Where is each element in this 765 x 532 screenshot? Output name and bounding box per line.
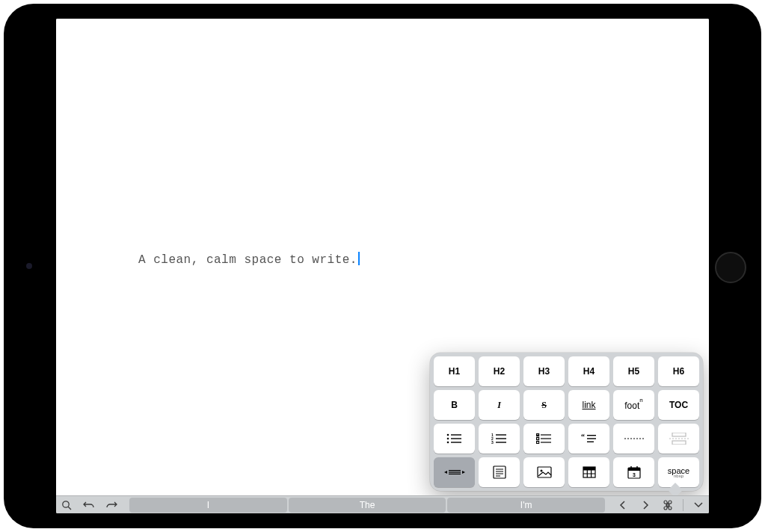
svg-rect-24: [672, 441, 686, 445]
calendar-icon: 3: [627, 466, 641, 479]
svg-rect-5: [451, 442, 461, 442]
svg-rect-3: [451, 438, 461, 439]
image-icon: [537, 466, 552, 478]
ipad-frame: A clean, calm space to write. H1 H2 H3 H…: [4, 4, 761, 528]
svg-rect-43: [583, 467, 595, 470]
search-icon: [61, 500, 72, 510]
blockquote-button[interactable]: “: [568, 424, 609, 454]
link-button[interactable]: link: [568, 390, 609, 420]
redo-button[interactable]: [104, 498, 119, 513]
blockquote-icon: “: [581, 433, 597, 444]
front-camera-icon: [26, 263, 32, 269]
date-button[interactable]: 3: [613, 457, 654, 487]
svg-rect-9: [496, 438, 506, 439]
svg-rect-27: [449, 470, 461, 471]
table-button[interactable]: [568, 457, 609, 487]
redo-icon: [105, 501, 117, 510]
heading-6-button[interactable]: H6: [658, 356, 699, 386]
undo-icon: [83, 501, 95, 510]
svg-text:3: 3: [633, 472, 636, 477]
chevron-right-icon: [642, 501, 649, 510]
editor-text: A clean, calm space to write.: [138, 252, 360, 267]
editor-content: A clean, calm space to write.: [138, 253, 357, 267]
prediction-3[interactable]: I'm: [447, 498, 605, 513]
svg-rect-28: [449, 471, 461, 472]
code-block-icon: [493, 466, 506, 479]
prediction-bar: I The I'm: [129, 498, 605, 513]
svg-rect-29: [449, 474, 461, 474]
command-button[interactable]: [660, 498, 675, 513]
table-icon: [583, 466, 596, 478]
toolbar-right-group: [615, 498, 706, 513]
italic-button[interactable]: I: [479, 390, 520, 420]
search-button[interactable]: [59, 498, 74, 513]
svg-rect-16: [536, 442, 538, 444]
format-popover: H1 H2 H3 H4 H5 H6 B I S link footn TOC: [430, 353, 703, 491]
footnote-button[interactable]: footn: [613, 390, 654, 420]
undo-button[interactable]: [82, 498, 96, 513]
bullet-list-button[interactable]: [434, 424, 475, 454]
center-text-icon: [444, 468, 465, 476]
svg-rect-20: [587, 438, 596, 439]
svg-point-0: [446, 434, 449, 436]
heading-1-button[interactable]: H1: [434, 356, 475, 386]
svg-rect-19: [587, 435, 596, 436]
format-row-lists: 123 “: [434, 424, 699, 454]
dismiss-keyboard-button[interactable]: [691, 498, 706, 513]
checklist-icon: [536, 433, 553, 444]
svg-point-4: [446, 442, 449, 444]
svg-rect-23: [672, 433, 686, 436]
svg-marker-26: [444, 471, 447, 474]
image-button[interactable]: [523, 457, 565, 487]
svg-rect-7: [496, 434, 506, 435]
code-block-button[interactable]: [479, 457, 520, 487]
bold-button[interactable]: B: [434, 390, 475, 420]
svg-text:3: 3: [491, 440, 494, 444]
nav-back-button[interactable]: [615, 498, 630, 513]
svg-rect-1: [451, 434, 461, 435]
page-break-icon: [669, 433, 689, 445]
svg-point-2: [446, 438, 449, 440]
horizontal-rule-button[interactable]: [613, 424, 654, 454]
svg-text:“: “: [581, 433, 585, 441]
home-button[interactable]: [715, 252, 746, 283]
format-row-blocks: 3 space nbsp: [434, 457, 699, 487]
page-break-button[interactable]: [658, 424, 699, 454]
chevron-left-icon: [619, 501, 627, 510]
svg-line-50: [68, 507, 71, 510]
svg-rect-45: [628, 468, 640, 471]
svg-rect-36: [538, 467, 551, 477]
svg-point-37: [540, 470, 542, 472]
heading-5-button[interactable]: H5: [613, 356, 654, 386]
svg-rect-11: [496, 442, 506, 442]
horizontal-rule-icon: [624, 436, 644, 441]
nbsp-button[interactable]: space nbsp: [658, 457, 699, 487]
prediction-1[interactable]: I: [129, 498, 287, 513]
svg-rect-21: [587, 442, 594, 442]
svg-rect-14: [536, 438, 538, 440]
center-text-button[interactable]: [434, 457, 475, 487]
svg-point-49: [63, 501, 69, 507]
ordered-list-icon: 123: [491, 433, 508, 444]
toc-button[interactable]: TOC: [658, 390, 699, 420]
toolbar-divider: [683, 499, 683, 511]
prediction-2[interactable]: The: [289, 498, 446, 513]
svg-marker-30: [462, 471, 465, 474]
keyboard-toolbar: I The I'm: [56, 495, 709, 513]
heading-2-button[interactable]: H2: [479, 356, 520, 386]
checklist-button[interactable]: [523, 424, 565, 454]
format-row-headings: H1 H2 H3 H4 H5 H6: [434, 356, 699, 386]
svg-rect-31: [494, 466, 506, 478]
bullet-list-icon: [446, 433, 463, 444]
screen: A clean, calm space to write. H1 H2 H3 H…: [56, 19, 709, 513]
nav-forward-button[interactable]: [638, 498, 653, 513]
heading-4-button[interactable]: H4: [568, 356, 609, 386]
command-icon: [663, 500, 673, 510]
chevron-down-icon: [694, 501, 703, 509]
ordered-list-button[interactable]: 123: [479, 424, 520, 454]
format-row-inline: B I S link footn TOC: [434, 390, 699, 420]
strikethrough-button[interactable]: S: [523, 390, 565, 420]
text-caret: [358, 252, 360, 265]
heading-3-button[interactable]: H3: [523, 356, 565, 386]
